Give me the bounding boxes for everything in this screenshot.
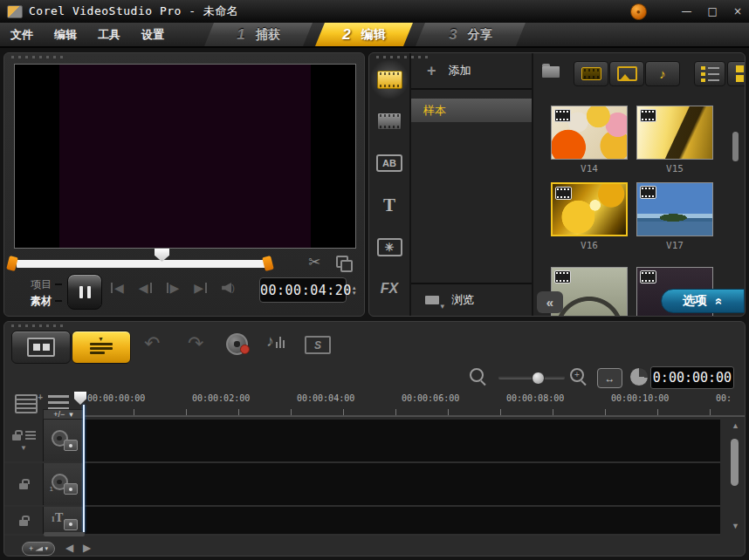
panel-grip[interactable] — [11, 56, 67, 58]
list-view-button[interactable] — [694, 61, 725, 86]
zoom-in-icon[interactable]: + — [570, 368, 584, 382]
library-panel: AB T ✳ FX + 添加 样本 浏览 ♪ — [368, 52, 746, 317]
lock-icon[interactable] — [12, 434, 21, 440]
track-manager-icon[interactable] — [15, 394, 38, 413]
timeline-view-button[interactable] — [72, 331, 131, 364]
scroll-up-arrow[interactable]: ▲ — [732, 421, 739, 430]
collapse-library-button[interactable]: « — [537, 291, 563, 313]
thumbnail-view-button[interactable] — [727, 61, 746, 86]
horizontal-scroll-stub[interactable] — [44, 532, 85, 536]
undo-button[interactable]: ↶ — [144, 332, 160, 355]
timecode-spinner[interactable]: ▲▼ — [352, 285, 357, 296]
clip-thumbnail-v16-selected[interactable] — [551, 182, 628, 236]
filter-video-button[interactable] — [574, 61, 608, 86]
minimize-button[interactable]: — — [682, 5, 692, 17]
lock-icon[interactable] — [19, 520, 28, 526]
options-button[interactable]: 选项 « — [661, 289, 745, 313]
zoom-out-icon[interactable] — [470, 368, 484, 382]
ruler-label: 00:00:08:00 — [506, 393, 564, 403]
menu-tools[interactable]: 工具 — [98, 27, 120, 43]
chevron-down-icon[interactable]: ▼ — [20, 444, 27, 452]
clip-thumbnail-v15[interactable] — [636, 106, 713, 160]
clip-thumbnail-v14[interactable] — [551, 106, 628, 160]
sound-mixer-button[interactable]: ♪ — [266, 334, 285, 348]
video-clip-badge-icon — [640, 186, 656, 199]
trim-bar[interactable] — [17, 260, 268, 268]
enlarge-preview-icon[interactable] — [336, 256, 348, 268]
app-icon — [7, 5, 23, 18]
add-clip-button[interactable]: +▾ — [22, 542, 55, 556]
rail-media-button[interactable] — [371, 60, 408, 99]
ruler-ticks — [134, 409, 745, 415]
show-all-tracks-icon[interactable] — [48, 395, 69, 409]
trim-start-handle[interactable] — [6, 256, 18, 271]
rail-graphics-button[interactable]: ✳ — [371, 228, 408, 266]
track-rows: ▼ 1 — [4, 420, 720, 536]
timeline-timecode[interactable]: 0:00:00:00 — [650, 366, 734, 389]
panel-grip[interactable] — [11, 324, 67, 327]
go-start-button[interactable]: ◀ — [111, 281, 124, 295]
redo-button[interactable]: ↷ — [188, 332, 203, 355]
eye-badge-icon — [64, 519, 78, 530]
video-track-content[interactable] — [86, 420, 720, 461]
menu-file[interactable]: 文件 — [10, 27, 33, 43]
video-track-header[interactable] — [43, 420, 86, 461]
scrollbar-thumb[interactable] — [731, 439, 739, 486]
rail-title-button[interactable]: T — [371, 186, 408, 224]
overlay-track-content[interactable] — [86, 463, 720, 505]
video-clip-badge-icon — [554, 109, 571, 122]
window-title: Corel VideoStudio Pro - 未命名 — [29, 3, 238, 19]
filter-audio-button[interactable]: ♪ — [645, 61, 680, 86]
title-track-header[interactable]: 1T — [43, 507, 86, 534]
zoom-slider-thumb[interactable] — [532, 372, 545, 385]
scrub-row: ✂ — [4, 252, 365, 275]
lock-icon[interactable] — [19, 483, 28, 489]
gallery-scrollbar-thumb[interactable] — [732, 132, 739, 161]
overlay-track-header[interactable]: 1 — [43, 463, 86, 505]
tab-edit[interactable]: 2 编辑 — [315, 23, 413, 46]
previous-frame-button[interactable]: ◀ — [139, 281, 152, 295]
browse-label: 浏览 — [451, 292, 474, 308]
trim-end-handle[interactable] — [262, 256, 274, 271]
fit-project-button[interactable]: ↔ — [597, 368, 622, 388]
add-remove-track-button[interactable]: +/−▾ — [43, 409, 84, 420]
scroll-down-arrow[interactable]: ▼ — [732, 522, 739, 530]
browse-button[interactable]: 浏览 — [411, 283, 532, 316]
menu-settings[interactable]: 设置 — [141, 27, 164, 43]
tab-share[interactable]: 3 分享 — [416, 23, 526, 46]
pause-button[interactable] — [67, 274, 102, 310]
next-frame-button[interactable]: ▶ — [167, 281, 180, 295]
volume-button[interactable]: ) — [222, 283, 235, 293]
title-track-content[interactable] — [86, 507, 720, 534]
clip-mode-label[interactable]: 素材 — [31, 295, 52, 307]
preview-timecode[interactable]: 00:00:04:20 ▲▼ — [259, 277, 347, 303]
go-end-button[interactable]: ▶ — [194, 281, 207, 295]
close-button[interactable]: × — [733, 5, 742, 17]
timeline-ruler[interactable]: 00:00:00:00 00:00:02:00 00:00:04:00 00:0… — [81, 390, 745, 417]
timeline-zoom-slider[interactable] — [498, 376, 565, 379]
scroll-left-button[interactable]: ◀ — [65, 542, 73, 554]
rail-transitions-button[interactable] — [371, 102, 408, 140]
overlay-track-row: 1 — [4, 463, 720, 507]
clip-thumbnail-v17[interactable] — [636, 182, 713, 236]
auto-music-button[interactable]: S — [305, 336, 331, 354]
project-mode-label[interactable]: 项目 — [31, 278, 52, 290]
preview-timecode-value: 00:00:04:20 — [260, 283, 352, 298]
app-window: Corel VideoStudio Pro - 未命名 ● — □ × 文件 编… — [0, 0, 749, 560]
maximize-button[interactable]: □ — [708, 5, 718, 17]
playhead-line[interactable] — [83, 405, 85, 532]
split-clip-scissors-icon[interactable]: ✂ — [308, 253, 320, 271]
add-gallery-button[interactable]: + 添加 — [411, 53, 532, 90]
tab-capture[interactable]: 1 捕获 — [204, 23, 313, 46]
duration-clock-icon[interactable] — [629, 367, 649, 386]
scroll-right-button[interactable]: ▶ — [83, 542, 91, 554]
filter-photo-button[interactable] — [609, 61, 644, 86]
rail-ab-transition-button[interactable]: AB — [371, 144, 408, 182]
menu-edit[interactable]: 编辑 — [54, 27, 77, 43]
corel-ball-icon[interactable]: ● — [630, 3, 647, 20]
track-list-icon[interactable] — [25, 431, 36, 440]
import-folder-icon[interactable] — [542, 66, 560, 78]
category-item-sample[interactable]: 样本 — [411, 99, 532, 122]
storyboard-view-button[interactable] — [11, 331, 71, 364]
rail-filters-button[interactable]: FX — [371, 270, 408, 308]
